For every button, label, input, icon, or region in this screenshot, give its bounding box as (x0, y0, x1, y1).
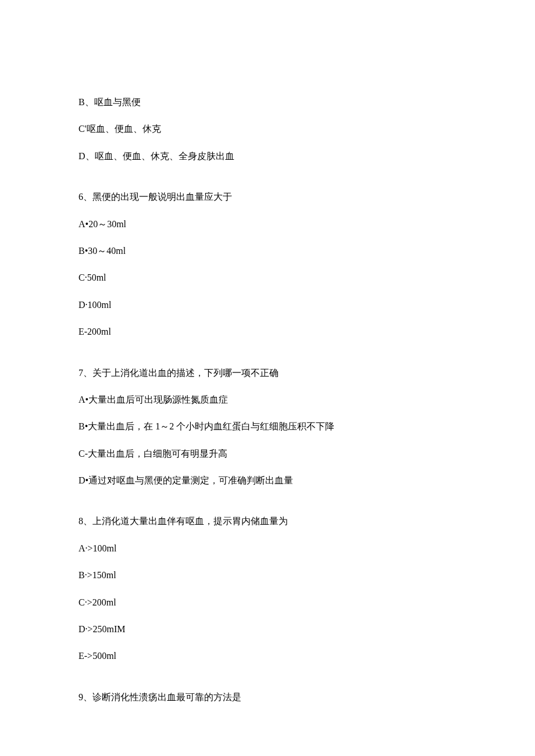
text-line: A•大量出血后可出现肠源性氮质血症 (79, 393, 456, 406)
text-line: E->500ml (79, 650, 456, 662)
text-line: C-大量出血后，白细胞可有明显升高 (79, 447, 456, 460)
text-line: D·100ml (79, 299, 456, 311)
document-page: B、呕血与黑便 C'呕血、便血、休克 D、呕血、便血、休克、全身皮肤出血 6、黑… (0, 0, 535, 704)
question-line: 7、关于上消化道出血的描述，下列哪一项不正确 (79, 367, 456, 379)
text-line: B、呕血与黑便 (79, 96, 456, 109)
text-line: A·>100ml (79, 542, 456, 555)
question-line: 9、诊断消化性溃疡出血最可靠的方法是 (79, 691, 456, 704)
text-line: B·>150ml (79, 569, 456, 582)
text-line: C'呕血、便血、休克 (79, 123, 456, 135)
question-line: 8、上消化道大量出血伴有呕血，提示胃内储血量为 (79, 515, 456, 528)
question-line: 6、黑便的出现一般说明出血量应大于 (79, 191, 456, 203)
text-line: D•通过对呕血与黑便的定量测定，可准确判断出血量 (79, 474, 456, 487)
text-line: D、呕血、便血、休克、全身皮肤出血 (79, 150, 456, 163)
text-line: D·>250mIM (79, 623, 456, 636)
text-line: B•30～40ml (79, 245, 456, 257)
text-line: A•20～30ml (79, 218, 456, 231)
text-line: C·>200ml (79, 596, 456, 609)
text-line: C·50ml (79, 271, 456, 284)
text-line: E-200ml (79, 325, 456, 338)
text-line: B•大量出血后，在 1～2 个小时内血红蛋白与红细胞压积不下降 (79, 420, 456, 433)
